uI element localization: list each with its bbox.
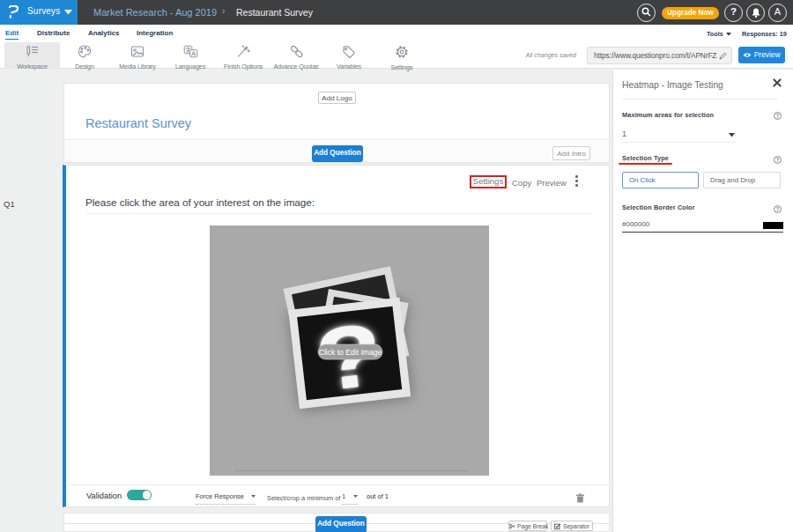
svg-text:?: ?	[776, 113, 780, 119]
svg-text:Click to Edit Image: Click to Edit Image	[319, 348, 382, 357]
svg-text:?: ?	[776, 157, 780, 163]
svg-text:?: ?	[776, 205, 780, 211]
